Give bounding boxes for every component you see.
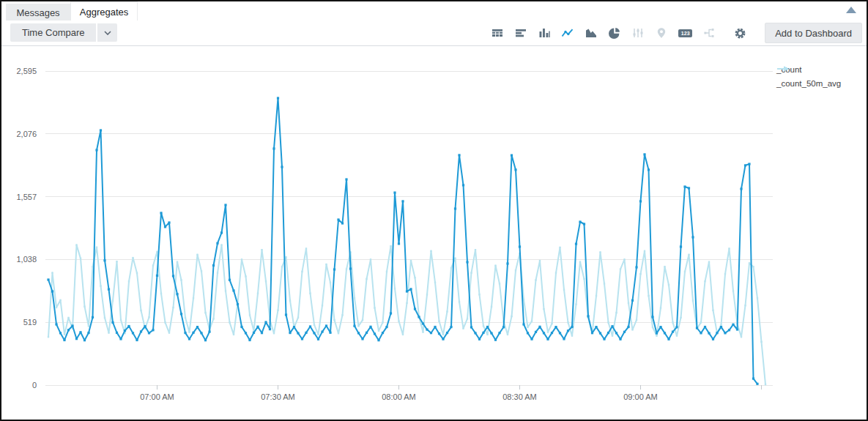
- legend-label: _count_50m_avg: [776, 79, 841, 88]
- line-chart-icon[interactable]: [561, 27, 574, 40]
- tab-messages[interactable]: Messages: [6, 4, 70, 21]
- y-axis-label: 0: [6, 381, 37, 390]
- pie-chart-icon[interactable]: [608, 27, 620, 40]
- y-axis-label: 519: [6, 318, 37, 327]
- legend-item-_count_50m_avg[interactable]: _count_50m_avg: [776, 79, 841, 88]
- y-axis-label: 1,557: [6, 193, 37, 201]
- column-chart-icon[interactable]: [538, 27, 550, 40]
- single-value-icon[interactable]: 123: [678, 27, 692, 40]
- chart-plot-area[interactable]: [1, 46, 867, 417]
- bar-horizontal-icon[interactable]: [514, 27, 527, 40]
- map-pin-icon: [655, 27, 667, 40]
- y-axis-label: 1,038: [6, 255, 37, 264]
- collapse-panel-arrow-icon[interactable]: [846, 7, 856, 13]
- time-compare-caret[interactable]: [97, 23, 117, 42]
- x-axis-label: 07:30 AM: [249, 392, 308, 401]
- tab-bar: Messages Aggregates: [1, 1, 867, 21]
- app-window: Messages Aggregates Time Compare: [0, 0, 868, 421]
- x-axis-label: 08:30 AM: [491, 392, 549, 401]
- tab-aggregates[interactable]: Aggregates: [70, 1, 138, 21]
- aggregates-toolbar: Time Compare: [1, 21, 867, 46]
- y-axis-label: 2,076: [6, 130, 37, 138]
- time-compare-label[interactable]: Time Compare: [10, 23, 96, 42]
- gear-icon[interactable]: [734, 27, 746, 40]
- sliders-icon: [631, 27, 644, 40]
- chart-legend: _count_count_50m_avg: [776, 65, 841, 88]
- add-to-dashboard-button[interactable]: Add to Dashboard: [765, 23, 862, 43]
- x-axis-label: 09:00 AM: [612, 392, 670, 401]
- x-axis-label: 08:00 AM: [370, 392, 429, 401]
- tab-messages-label: Messages: [16, 7, 59, 18]
- chevron-down-icon: [104, 31, 111, 35]
- area-chart-icon[interactable]: [585, 27, 597, 40]
- legend-line-marker-icon: [776, 65, 790, 72]
- time-compare-button[interactable]: Time Compare: [10, 23, 117, 42]
- add-to-dashboard-label: Add to Dashboard: [775, 28, 852, 39]
- branch-icon: [703, 27, 716, 40]
- tab-aggregates-label: Aggregates: [80, 7, 129, 18]
- chart-type-switcher: 123 Add to Dashboard: [491, 21, 862, 45]
- x-axis-label: 07:00 AM: [128, 392, 187, 401]
- table-icon[interactable]: [491, 27, 503, 40]
- y-axis-label: 2,595: [6, 67, 37, 75]
- single-value-badge: 123: [678, 29, 692, 37]
- aggregates-chart: 05191,0381,5572,0762,59507:00 AM07:30 AM…: [1, 46, 867, 418]
